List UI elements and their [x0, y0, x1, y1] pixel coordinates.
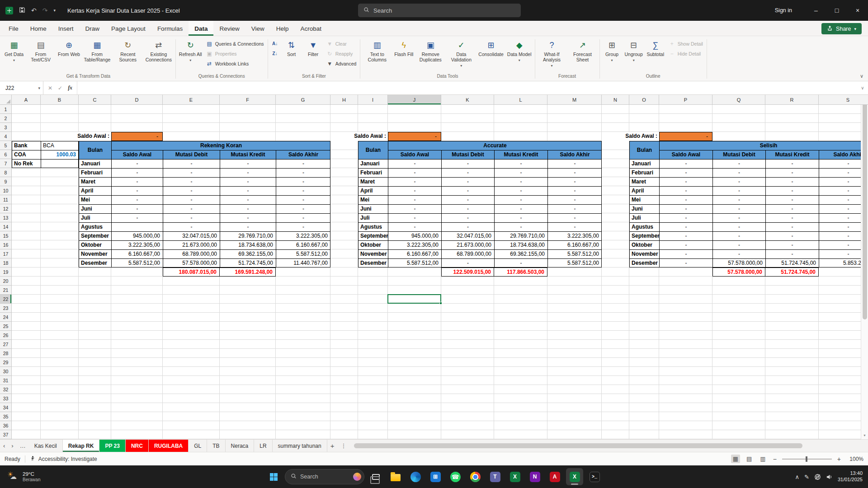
cell-R9[interactable]: - — [765, 177, 819, 186]
titlebar-search[interactable]: Search — [358, 4, 521, 17]
cell-P14[interactable]: - — [659, 222, 712, 231]
edge-icon[interactable] — [407, 468, 424, 485]
row-header-11[interactable]: 11 — [0, 195, 12, 204]
cell-P11[interactable]: - — [659, 195, 712, 204]
cell-F16[interactable]: 18.734.638,00 — [220, 240, 276, 249]
row-header-5[interactable]: 5 — [0, 141, 12, 150]
tray-pen-icon[interactable]: ✎ — [804, 474, 809, 480]
cell-J14[interactable]: - — [388, 222, 441, 231]
cell-C7[interactable]: Januari — [79, 159, 111, 168]
cell-Q12[interactable]: - — [712, 204, 765, 213]
cell-D14[interactable] — [111, 222, 163, 231]
row-header-9[interactable]: 9 — [0, 177, 12, 186]
zoom-slider[interactable] — [782, 459, 832, 460]
cell-O10[interactable]: April — [629, 186, 659, 195]
cell-P15[interactable]: - — [659, 231, 712, 240]
row-header-35[interactable]: 35 — [0, 412, 12, 421]
cell-Q15[interactable]: - — [712, 231, 765, 240]
cell-Q16[interactable]: - — [712, 240, 765, 249]
column-header-O[interactable]: O — [629, 95, 659, 105]
start-button[interactable] — [265, 468, 282, 485]
cell-E7[interactable]: - — [163, 159, 220, 168]
cell-O7[interactable]: Januari — [629, 159, 659, 168]
from-web-button[interactable]: ⊕From Web — [57, 38, 81, 58]
cell-P6[interactable]: Saldo Awal — [659, 150, 712, 159]
cell-G7[interactable]: - — [276, 159, 330, 168]
column-header-H[interactable]: H — [330, 95, 358, 105]
row-header-33[interactable]: 33 — [0, 394, 12, 403]
cell-F14[interactable]: - — [220, 222, 276, 231]
cell-D12[interactable]: - — [111, 204, 163, 213]
row-header-25[interactable]: 25 — [0, 322, 12, 331]
workbook-links-button[interactable]: ⇄Workbook Links — [204, 59, 266, 68]
task-view-icon[interactable] — [367, 468, 384, 485]
ribbon-tab-page-layout[interactable]: Page Layout — [105, 21, 151, 36]
column-header-N[interactable]: N — [602, 95, 629, 105]
cell-Q9[interactable]: - — [712, 177, 765, 186]
column-header-L[interactable]: L — [494, 95, 547, 105]
cell-G6[interactable]: Saldo Akhir — [276, 150, 330, 159]
cell-J8[interactable]: - — [388, 168, 441, 177]
cell-M6[interactable]: Saldo Akhir — [547, 150, 602, 159]
cell-R11[interactable]: - — [765, 195, 819, 204]
cell-B5[interactable]: BCA — [41, 141, 79, 150]
cell-R10[interactable]: - — [765, 186, 819, 195]
remove-duplicates-button[interactable]: ▣Remove Duplicates — [415, 38, 445, 63]
row-header-23[interactable]: 23 — [0, 304, 12, 313]
row-header-18[interactable]: 18 — [0, 258, 12, 267]
cell-I13[interactable]: Juli — [358, 213, 388, 222]
cell-M7[interactable]: - — [547, 159, 602, 168]
row-header-2[interactable]: 2 — [0, 114, 12, 123]
cell-C9[interactable]: Maret — [79, 177, 111, 186]
cell-L13[interactable]: - — [494, 213, 547, 222]
confirm-entry-icon[interactable]: ✓ — [58, 85, 62, 91]
cell-B4[interactable]: Saldo Awal : — [41, 132, 111, 141]
cell-J6[interactable]: Saldo Awal — [388, 150, 441, 159]
ribbon-tab-acrobat[interactable]: Acrobat — [294, 21, 327, 36]
zoom-in-button[interactable]: + — [836, 455, 842, 463]
cell-K15[interactable]: 32.047.015,00 — [441, 231, 494, 240]
cell-K6[interactable]: Mutasi Debit — [441, 150, 494, 159]
cell-G8[interactable]: - — [276, 168, 330, 177]
cell-E15[interactable]: 32.047.015,00 — [163, 231, 220, 240]
sheet-options-icon[interactable]: ⋮ — [337, 440, 349, 452]
row-header-3[interactable]: 3 — [0, 123, 12, 132]
vertical-scrollbar[interactable]: ▲ ▼ — [861, 95, 868, 439]
row-header-28[interactable]: 28 — [0, 349, 12, 358]
cell-I8[interactable]: Februari — [358, 168, 388, 177]
row-header-6[interactable]: 6 — [0, 150, 12, 159]
cell-O18[interactable]: Desember — [629, 258, 659, 267]
sheet-tab-nrc[interactable]: NRC — [126, 440, 149, 452]
cell-I15[interactable]: September — [358, 231, 388, 240]
zoom-level[interactable]: 100% — [846, 456, 863, 462]
cell-Q14[interactable]: - — [712, 222, 765, 231]
cell-A7[interactable]: No Rek — [12, 159, 41, 168]
cell-M11[interactable]: - — [547, 195, 602, 204]
sheet-canvas[interactable]: BankBCACOA1000.03No RekSaldo Awal :-Bula… — [12, 105, 868, 439]
cell-C14[interactable]: Agustus — [79, 222, 111, 231]
save-icon[interactable] — [19, 7, 25, 14]
cell-E10[interactable]: - — [163, 186, 220, 195]
sign-in-button[interactable]: Sign in — [770, 5, 797, 15]
column-header-G[interactable]: G — [276, 95, 330, 105]
refresh-all-button[interactable]: ↻Refresh All▾ — [178, 38, 203, 63]
column-header-R[interactable]: R — [765, 95, 819, 105]
sheet-tab-rugilaba[interactable]: RUGILABA — [149, 440, 189, 452]
cell-D8[interactable]: - — [111, 168, 163, 177]
cell-I10[interactable]: April — [358, 186, 388, 195]
cell-L11[interactable]: - — [494, 195, 547, 204]
qat-customize-icon[interactable]: ▾ — [53, 9, 56, 13]
row-header-8[interactable]: 8 — [0, 168, 12, 177]
cell-G16[interactable]: 6.160.667,00 — [276, 240, 330, 249]
cell-F11[interactable]: - — [220, 195, 276, 204]
collapse-ribbon-icon[interactable]: ∨ — [860, 73, 863, 79]
cell-C10[interactable]: April — [79, 186, 111, 195]
cell-J18[interactable]: 5.587.512,00 — [388, 258, 441, 267]
cell-M16[interactable]: 6.160.667,00 — [547, 240, 602, 249]
row-header-22[interactable]: 22 — [0, 295, 12, 304]
flash-fill-button[interactable]: ϟFlash Fill — [393, 38, 415, 58]
row-header-20[interactable]: 20 — [0, 277, 12, 286]
row-header-10[interactable]: 10 — [0, 186, 12, 195]
sort-button[interactable]: ⇅Sort — [281, 38, 302, 58]
get-data-button[interactable]: ▦Get Data▾ — [3, 38, 25, 63]
